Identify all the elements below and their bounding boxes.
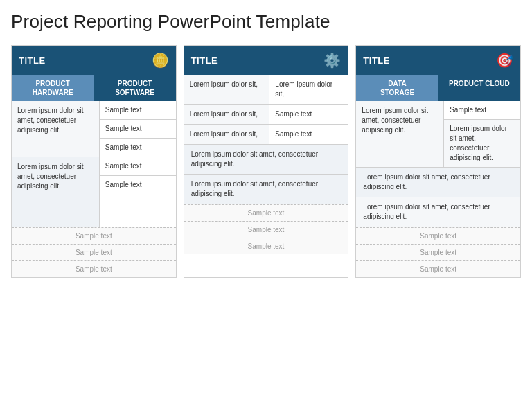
col2-right-2: Sample text <box>269 105 348 124</box>
col1-header-icon: 🪙 <box>152 52 169 69</box>
col1-footer-1: Sample text <box>12 227 176 244</box>
page-title: Project Reporting PowerPoint Template <box>11 11 521 33</box>
col1-right-item-3: Sample text <box>100 139 176 157</box>
col1-footer-2: Sample text <box>12 244 176 260</box>
col2-row-3: Lorem ipsum dolor sit, Sample text <box>184 125 348 145</box>
columns-wrapper: TITLE 🪙 PRODUCTHARDWARE PRODUCTSOFTWARE … <box>11 45 521 278</box>
col1-row-1: Lorem ipsum dolor sit amet, consectetuer… <box>12 101 176 157</box>
col1-right-1: Sample text Sample text Sample text <box>100 101 176 157</box>
col2-left-1: Lorem ipsum dolor sit, <box>184 75 270 104</box>
col3-sub-header-1: DATASTORAGE <box>356 75 438 101</box>
col3-right-item-1: Sample text <box>444 101 520 120</box>
col2-footer-2: Sample text <box>184 221 348 238</box>
col1-sub-header-2: PRODUCTSOFTWARE <box>94 75 175 101</box>
col1-left-1: Lorem ipsum dolor sit amet, consectetuer… <box>12 101 100 157</box>
col3-footer-2: Sample text <box>356 244 520 260</box>
column-2: TITLE ⚙️ Lorem ipsum dolor sit, Lorem ip… <box>184 45 349 278</box>
col2-row-2: Lorem ipsum dolor sit, Sample text <box>184 105 348 125</box>
col2-full-2: Lorem ipsum dolor sit amet, consectetuer… <box>184 175 348 204</box>
col3-sub-header-row: DATASTORAGE PRODUCT CLOUD <box>356 75 520 101</box>
col3-footer-3: Sample text <box>356 260 520 277</box>
col1-header-title: TITLE <box>19 55 46 66</box>
col3-right-item-2: Lorem ipsum dolor sit amet, consectetuer… <box>444 120 520 167</box>
col3-full-1: Lorem ipsum dolor sit amet, consectetuer… <box>356 168 520 197</box>
col1-right-item-4: Sample text <box>100 157 176 176</box>
col1-left-2: Lorem ipsum dolor sit amet, consectetuer… <box>12 157 100 227</box>
col3-right-1: Sample text Lorem ipsum dolor sit amet, … <box>444 101 520 167</box>
col2-header: TITLE ⚙️ <box>184 46 348 75</box>
col3-footer-1: Sample text <box>356 227 520 244</box>
column-3: TITLE 🎯 DATASTORAGE PRODUCT CLOUD Lorem … <box>355 45 521 278</box>
col3-header-icon: 🎯 <box>496 52 513 69</box>
col2-footer-1: Sample text <box>184 204 348 221</box>
col1-right-item-2: Sample text <box>100 120 176 139</box>
col2-footer-3: Sample text <box>184 238 348 254</box>
col2-header-icon: ⚙️ <box>323 52 341 69</box>
col3-row-1: Lorem ipsum dolor sit amet, consectetuer… <box>356 101 520 168</box>
col1-right-item-5: Sample text <box>100 176 176 194</box>
col1-sub-header-row: PRODUCTHARDWARE PRODUCTSOFTWARE <box>12 75 176 101</box>
col1-row-2: Lorem ipsum dolor sit amet, consectetuer… <box>12 157 176 227</box>
col1-footer-3: Sample text <box>12 260 176 277</box>
column-1: TITLE 🪙 PRODUCTHARDWARE PRODUCTSOFTWARE … <box>11 45 177 278</box>
col2-right-3: Sample text <box>269 125 348 144</box>
col1-sub-header-1: PRODUCTHARDWARE <box>12 75 94 101</box>
col1-right-item-1: Sample text <box>100 101 176 120</box>
col2-left-2: Lorem ipsum dolor sit, <box>184 105 270 124</box>
col2-full-1: Lorem ipsum dolor sit amet, consectetuer… <box>184 145 348 175</box>
col2-header-title: TITLE <box>191 55 218 66</box>
col2-left-3: Lorem ipsum dolor sit, <box>184 125 270 144</box>
col2-right-1: Lorem ipsum dolor sit, <box>269 75 348 104</box>
col3-sub-header-2: PRODUCT CLOUD <box>438 75 520 101</box>
col2-row-1: Lorem ipsum dolor sit, Lorem ipsum dolor… <box>184 75 348 105</box>
col3-full-2: Lorem ipsum dolor sit amet, consectetuer… <box>356 197 520 227</box>
col1-header: TITLE 🪙 <box>12 46 176 75</box>
col3-left-1: Lorem ipsum dolor sit amet, consectetuer… <box>356 101 444 167</box>
col3-header: TITLE 🎯 <box>356 46 520 75</box>
col3-header-title: TITLE <box>363 55 390 66</box>
col1-right-2: Sample text Sample text <box>100 157 176 227</box>
